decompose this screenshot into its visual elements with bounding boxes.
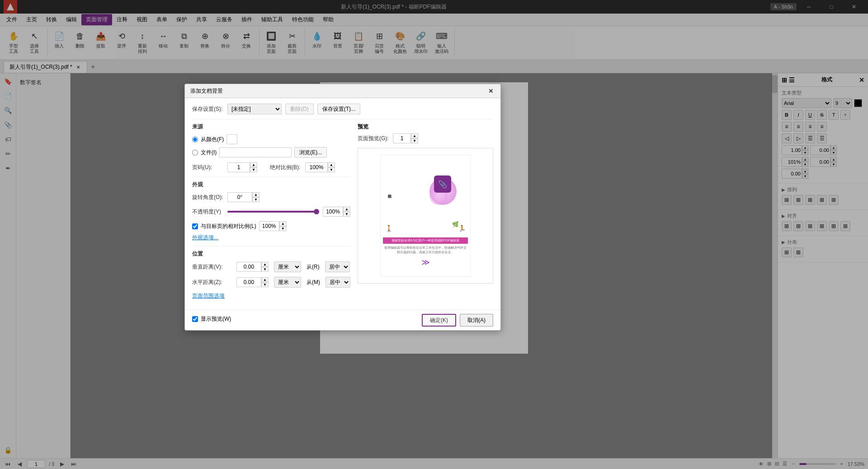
- preview-section-title: 预览: [358, 123, 493, 131]
- save-settings-select[interactable]: [未指定]: [227, 104, 282, 114]
- ok-button[interactable]: 确定(K): [422, 314, 456, 327]
- vertical-unit-select[interactable]: 厘米: [274, 261, 301, 272]
- show-preview-label: 显示预览(W): [201, 315, 231, 323]
- more-options-link[interactable]: 外观选项...: [192, 234, 218, 242]
- absolute-ratio-label: 绝对比例(B):: [270, 164, 302, 171]
- from-color-radio[interactable]: [192, 137, 198, 142]
- from-file-label: 文件(I): [201, 149, 217, 156]
- rotation-down-btn[interactable]: ▼: [252, 197, 259, 202]
- vertical-input[interactable]: [236, 262, 261, 272]
- preview-illustration: 📎 欢迎来到福昕 🚶 🏃 🌿: [381, 164, 470, 237]
- horizontal-from-label: 从(M): [307, 279, 320, 286]
- horizontal-from-select[interactable]: 居中: [326, 277, 350, 288]
- page-up-btn[interactable]: ▲: [250, 162, 257, 167]
- rotation-spinbox: ▲ ▼: [227, 192, 259, 202]
- opacity-slider-container: [227, 211, 319, 213]
- horizontal-row: 水平距离(Z): ▲ ▼ 厘米 从(M): [192, 277, 350, 288]
- page-spinbox: ▲ ▼: [227, 162, 257, 172]
- file-path-input[interactable]: [219, 147, 292, 157]
- from-color-row: 从颜色(F): [192, 134, 350, 144]
- ratio-input[interactable]: [305, 162, 328, 172]
- more-options-row: 外观选项...: [192, 234, 350, 242]
- vert-up-btn[interactable]: ▲: [261, 262, 269, 267]
- color-swatch[interactable]: [226, 134, 237, 144]
- preview-banner: 感谢您如全球6.5亿用户一样使用福昕PDF编辑器: [383, 237, 468, 244]
- opacity-input[interactable]: [323, 207, 343, 217]
- appearance-section: 外观 旋转角度(O): ▲ ▼: [192, 181, 350, 242]
- from-file-row: 文件(I) 浏览(E)...: [192, 147, 350, 158]
- relative-spinbox: ▲ ▼: [259, 221, 287, 231]
- preview-page-down[interactable]: ▼: [411, 138, 418, 143]
- show-preview-checkbox[interactable]: [192, 316, 198, 322]
- preview-box: 📎 欢迎来到福昕 🚶 🏃 🌿 感谢您如全球6.5亿用户一样使用福昕PDF编: [358, 148, 493, 284]
- page-preview-row: 页面预览(G): ▲ ▼: [358, 133, 493, 143]
- save-settings-label: 保存设置(S):: [192, 105, 224, 113]
- dialog-right-col: 预览 页面预览(G): ▲ ▼: [358, 123, 493, 304]
- save-settings-button[interactable]: 保存设置(T)...: [317, 104, 360, 114]
- appearance-title: 外观: [192, 181, 350, 189]
- from-color-label: 从颜色(F): [201, 136, 224, 143]
- dialog-body: 保存设置(S): [未指定] 删除(D) 保存设置(T)... 来源 从颜色(: [185, 98, 500, 310]
- rotation-up-btn[interactable]: ▲: [252, 192, 259, 197]
- source-section: 来源 从颜色(F) 文件(I) 浏览(E)...: [192, 123, 350, 158]
- footer-right: 确定(K) 取消(A): [422, 314, 493, 327]
- opacity-down-btn[interactable]: ▼: [343, 212, 350, 217]
- dialog-two-col: 来源 从颜色(F) 文件(I) 浏览(E)...: [192, 123, 493, 304]
- horiz-up-btn[interactable]: ▲: [261, 277, 269, 282]
- vertical-spinbox: ▲ ▼: [236, 262, 269, 272]
- vertical-row: 垂直距离(V): ▲ ▼ 厘米 从(R): [192, 261, 350, 272]
- page-preview-input[interactable]: [393, 133, 411, 143]
- vertical-from-select[interactable]: 居中: [325, 261, 350, 272]
- opacity-label: 不透明度(Y): [192, 208, 224, 216]
- from-file-radio[interactable]: [192, 150, 198, 156]
- horizontal-unit-select[interactable]: 厘米: [274, 277, 301, 288]
- relative-scale-checkbox[interactable]: [192, 223, 198, 229]
- cancel-button[interactable]: 取消(A): [460, 314, 493, 327]
- rel-up-btn[interactable]: ▲: [279, 221, 287, 226]
- position-title: 位置: [192, 250, 350, 258]
- dialog-close-button[interactable]: ✕: [487, 87, 495, 95]
- ratio-up-btn[interactable]: ▲: [328, 162, 335, 167]
- source-title: 来源: [192, 123, 350, 131]
- vert-down-btn[interactable]: ▼: [261, 267, 269, 272]
- relative-input[interactable]: [259, 221, 279, 231]
- page-range-row: 页面范围选项: [192, 292, 350, 300]
- rotation-label: 旋转角度(O):: [192, 194, 224, 201]
- page-preview-label: 页面预览(G):: [358, 135, 389, 142]
- page-input[interactable]: [227, 162, 250, 172]
- opacity-slider-track[interactable]: [227, 211, 319, 213]
- opacity-up-btn[interactable]: ▲: [343, 207, 350, 212]
- horiz-down-btn[interactable]: ▼: [261, 282, 269, 287]
- opacity-spinbox: ▲ ▼: [323, 207, 350, 217]
- rel-down-btn[interactable]: ▼: [279, 226, 287, 231]
- vertical-dist-label: 垂直距离(V):: [192, 263, 233, 271]
- rotation-input[interactable]: [227, 192, 252, 202]
- page-label: 页码(U):: [192, 164, 224, 171]
- horizontal-spinbox: ▲ ▼: [236, 277, 269, 287]
- horizontal-input[interactable]: [236, 277, 261, 287]
- horizontal-dist-label: 水平距离(Z):: [192, 279, 233, 286]
- vertical-from-label: 从(R): [307, 263, 320, 271]
- relative-scale-label: 与目标页的相对比例(L): [201, 223, 256, 230]
- page-preview-spinbox: ▲ ▼: [393, 133, 418, 143]
- delete-settings-button[interactable]: 删除(D): [285, 104, 314, 114]
- opacity-row: 不透明度(Y) ▲ ▼: [192, 207, 350, 217]
- preview-arrows: ≫: [421, 257, 430, 267]
- ratio-down-btn[interactable]: ▼: [328, 167, 335, 172]
- preview-body-text: 使用编辑器可以帮助您在日常工作生活中，快速解决PDF文档方面的问题，高效工作方能…: [381, 245, 470, 256]
- modal-overlay: 添加文档背景 ✕ 保存设置(S): [未指定] 删除(D) 保存设置(T)...: [0, 0, 868, 469]
- dialog-footer: 显示预览(W) 确定(K) 取消(A): [185, 310, 500, 330]
- position-section: 位置 垂直距离(V): ▲ ▼ 厘米: [192, 250, 350, 288]
- preview-inner: 📎 欢迎来到福昕 🚶 🏃 🌿 感谢您如全球6.5亿用户一样使用福昕PDF编: [380, 155, 471, 277]
- page-range-link[interactable]: 页面范围选项: [192, 292, 225, 300]
- page-ratio-row: 页码(U): ▲ ▼ 绝对比例(B): ▲: [192, 162, 350, 172]
- show-preview-row: 显示预览(W): [192, 315, 418, 323]
- rotation-row: 旋转角度(O): ▲ ▼: [192, 192, 350, 202]
- preview-page-up[interactable]: ▲: [411, 133, 418, 138]
- page-down-btn[interactable]: ▼: [250, 167, 257, 172]
- browse-button[interactable]: 浏览(E)...: [294, 147, 327, 158]
- relative-checkbox-row: 与目标页的相对比例(L) ▲ ▼: [192, 221, 350, 231]
- ratio-spinbox: ▲ ▼: [305, 162, 335, 172]
- dialog-title: 添加文档背景: [190, 87, 223, 95]
- dialog-left-col: 来源 从颜色(F) 文件(I) 浏览(E)...: [192, 123, 350, 304]
